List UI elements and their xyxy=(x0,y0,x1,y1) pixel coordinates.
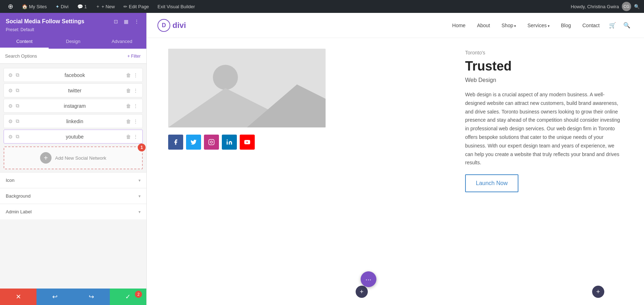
content-heading: Trusted xyxy=(465,59,623,74)
social-icon-twitter[interactable] xyxy=(186,135,201,150)
social-icon-linkedin[interactable] xyxy=(222,135,237,150)
add-section-button-right[interactable]: + xyxy=(592,286,604,298)
tab-advanced[interactable]: Advanced xyxy=(98,35,146,49)
exit-builder-item[interactable]: Exit Visual Builder xyxy=(154,0,199,13)
social-network-item-instagram[interactable]: ⚙ ⧉ instagram 🗑 ⋮ xyxy=(4,99,143,113)
svg-point-6 xyxy=(227,140,228,141)
more-icon-twitter[interactable]: ⋮ xyxy=(133,88,138,93)
item-controls-right: 🗑 ⋮ xyxy=(126,88,138,93)
settings-icon-facebook[interactable]: ⚙ xyxy=(8,72,13,78)
nav-link-shop[interactable]: Shop xyxy=(497,20,521,31)
section-icon[interactable]: Icon ▾ xyxy=(0,172,146,188)
divi-label: Divi xyxy=(61,4,69,9)
content-body: Web design is a crucial aspect of any mo… xyxy=(465,91,623,167)
responsive-icon[interactable]: ⊡ xyxy=(112,18,119,25)
divi-item[interactable]: ✦ Divi xyxy=(52,0,72,13)
network-name-facebook: facebook xyxy=(24,72,126,78)
social-network-item-youtube[interactable]: ⚙ ⧉ youtube 🗑 ⋮ xyxy=(4,130,143,144)
section-admin-label[interactable]: Admin Label ▾ xyxy=(0,204,146,219)
delete-icon-facebook[interactable]: 🗑 xyxy=(126,72,131,78)
item-controls-left: ⚙ ⧉ xyxy=(8,134,19,140)
new-item[interactable]: ＋ + New xyxy=(92,0,118,13)
my-sites-label: My Sites xyxy=(29,4,47,9)
section-icon-label: Icon xyxy=(6,178,15,183)
chevron-down-icon-background: ▾ xyxy=(138,194,141,199)
settings-icon-youtube[interactable]: ⚙ xyxy=(8,134,13,140)
settings-icon-instagram[interactable]: ⚙ xyxy=(8,103,13,109)
search-options-input[interactable] xyxy=(3,53,125,59)
item-controls-right: 🗑 ⋮ xyxy=(126,103,138,109)
network-name-twitter: twitter xyxy=(24,88,126,93)
nav-link-services[interactable]: Services xyxy=(522,20,554,31)
content-subtitle: Toronto's xyxy=(465,49,623,57)
social-network-item-linkedin[interactable]: ⚙ ⧉ linkedin 🗑 ⋮ xyxy=(4,114,143,128)
content-right: Toronto's Trusted Web Design Web design … xyxy=(465,49,623,294)
more-icon-linkedin[interactable]: ⋮ xyxy=(133,118,138,124)
more-options-icon[interactable]: ⋮ xyxy=(133,18,141,25)
social-network-item-twitter[interactable]: ⚙ ⧉ twitter 🗑 ⋮ xyxy=(4,83,143,97)
social-icon-facebook[interactable] xyxy=(168,135,183,150)
more-icon-facebook[interactable]: ⋮ xyxy=(133,72,138,78)
delete-icon-youtube[interactable]: 🗑 xyxy=(126,134,131,140)
tab-design[interactable]: Design xyxy=(49,35,97,49)
comments-item[interactable]: 💬 1 xyxy=(74,0,91,13)
search-icon[interactable]: 🔍 xyxy=(620,19,633,32)
duplicate-icon-facebook[interactable]: ⧉ xyxy=(16,72,19,78)
cart-icon[interactable]: 🛒 xyxy=(606,19,619,32)
launch-now-button[interactable]: Launch Now xyxy=(465,174,518,192)
filter-button[interactable]: + Filter xyxy=(125,52,143,60)
redo-button[interactable]: ↪ xyxy=(73,289,110,305)
wp-logo-item[interactable]: ⊕ xyxy=(4,0,17,13)
preset-label[interactable]: Preset: Default xyxy=(6,27,141,32)
network-name-youtube: youtube xyxy=(24,134,126,140)
network-name-linkedin: linkedin xyxy=(24,118,126,124)
nav-link-about[interactable]: About xyxy=(472,20,495,31)
duplicate-icon-youtube[interactable]: ⧉ xyxy=(16,134,19,140)
site-navigation: D divi Home About Shop Services Blog Con… xyxy=(147,13,644,38)
edit-page-item[interactable]: ✏ Edit Page xyxy=(120,0,152,13)
panel-search-bar: + Filter xyxy=(0,49,146,64)
comment-count: 1 xyxy=(84,4,87,9)
duplicate-icon-instagram[interactable]: ⧉ xyxy=(16,103,19,109)
cancel-button[interactable]: ✕ xyxy=(0,289,36,305)
add-new-social-network[interactable]: + Add New Social Network 1 xyxy=(4,146,143,169)
undo-button[interactable]: ↩ xyxy=(36,289,73,305)
section-background-label: Background xyxy=(6,193,30,199)
floating-menu-button[interactable]: ··· xyxy=(361,271,376,287)
panel-header-icons: ⊡ ▦ ⋮ xyxy=(112,18,141,25)
duplicate-icon-twitter[interactable]: ⧉ xyxy=(16,87,19,93)
item-controls-left: ⚙ ⧉ xyxy=(8,72,19,78)
more-icon-instagram[interactable]: ⋮ xyxy=(133,103,138,109)
nav-link-blog[interactable]: Blog xyxy=(556,20,576,31)
layout-icon[interactable]: ▦ xyxy=(122,18,130,25)
tab-content[interactable]: Content xyxy=(0,35,49,49)
delete-icon-instagram[interactable]: 🗑 xyxy=(126,103,131,109)
section-background[interactable]: Background ▾ xyxy=(0,188,146,204)
item-controls-left: ⚙ ⧉ xyxy=(8,118,19,124)
user-avatar[interactable]: CG xyxy=(622,2,631,11)
delete-icon-twitter[interactable]: 🗑 xyxy=(126,88,131,93)
add-new-circle-icon: + xyxy=(40,152,52,164)
more-icon-youtube[interactable]: ⋮ xyxy=(133,134,138,140)
left-panel: Social Media Follow Settings ⊡ ▦ ⋮ Prese… xyxy=(0,13,147,305)
add-section-button-left[interactable]: + xyxy=(356,286,368,298)
duplicate-icon-linkedin[interactable]: ⧉ xyxy=(16,118,19,124)
settings-icon-linkedin[interactable]: ⚙ xyxy=(8,118,13,124)
admin-bar-right: Howdy, Christina Gwira CG 🔍 xyxy=(571,2,640,11)
social-icon-instagram[interactable] xyxy=(204,135,219,150)
nav-link-contact[interactable]: Contact xyxy=(577,20,605,31)
save-button[interactable]: ✓ 2 xyxy=(110,289,146,305)
panel-title: Social Media Follow Settings xyxy=(6,18,84,25)
settings-icon-twitter[interactable]: ⚙ xyxy=(8,88,13,93)
my-sites-item[interactable]: 🏠 My Sites xyxy=(18,0,50,13)
wp-admin-bar: ⊕ 🏠 My Sites ✦ Divi 💬 1 ＋ + New ✏ Edit P… xyxy=(0,0,644,13)
search-admin-icon[interactable]: 🔍 xyxy=(634,4,640,9)
social-icon-youtube[interactable] xyxy=(240,135,255,150)
delete-icon-linkedin[interactable]: 🗑 xyxy=(126,118,131,124)
user-greeting: Howdy, Christina Gwira xyxy=(571,4,619,9)
nav-link-home[interactable]: Home xyxy=(447,20,470,31)
social-icons-row xyxy=(168,135,451,150)
social-network-item-facebook[interactable]: ⚙ ⧉ facebook 🗑 ⋮ xyxy=(4,68,143,82)
item-controls-right: 🗑 ⋮ xyxy=(126,134,138,140)
wp-logo-icon: ⊕ xyxy=(8,3,13,10)
